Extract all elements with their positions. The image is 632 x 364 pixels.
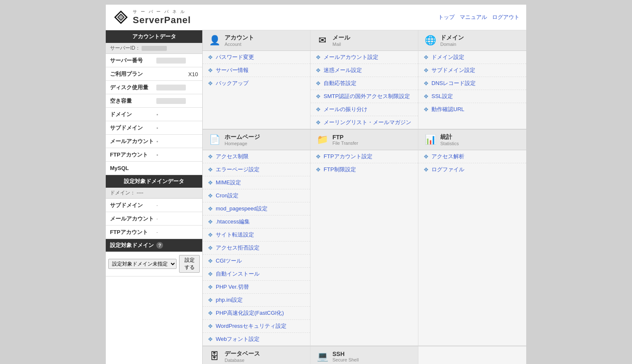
link-WordPressセキュリティ設定[interactable]: ❖WordPressセキュリティ設定	[203, 320, 310, 333]
target-mail-row: メールアカウント -	[106, 212, 202, 226]
domain-select[interactable]: 設定対象ドメイン未指定	[108, 259, 177, 269]
target-domain-row: ドメイン： ----	[106, 188, 202, 199]
link-メーリングリスト・メールマガジン[interactable]: ❖メーリングリスト・メールマガジン	[311, 116, 418, 129]
link-SSL設定[interactable]: ❖SSL設定	[418, 90, 526, 103]
link-CGIツール[interactable]: ❖CGIツール	[203, 255, 310, 268]
section-empty3	[418, 346, 526, 364]
section-homepage: 📄ホームページHomepage❖アクセス制限❖エラーページ設定❖MIME設定❖C…	[203, 130, 311, 346]
target-domain-value: ----	[137, 190, 143, 196]
link-bullet-icon: ❖	[423, 93, 429, 100]
link-bullet-icon: ❖	[316, 119, 321, 126]
link-mod_pagespeed設定[interactable]: ❖mod_pagespeed設定	[203, 202, 310, 215]
link-PHP高速化設定(FastCGI化)[interactable]: ❖PHP高速化設定(FastCGI化)	[203, 307, 310, 320]
homepage-title-ja: ホームページ	[225, 133, 260, 141]
body-layout: アカウントデータ サーバーID： サーバー番号 ご利用プラン X10 ディスク使…	[106, 30, 526, 364]
top-link[interactable]: トップ	[438, 13, 455, 21]
account-links: ❖パスワード変更❖サーバー情報❖バックアップ	[203, 51, 310, 90]
link-自動応答設定[interactable]: ❖自動応答設定	[311, 77, 418, 90]
link-bullet-icon: ❖	[316, 106, 321, 113]
link-php.ini設定[interactable]: ❖php.ini設定	[203, 294, 310, 307]
link-bullet-icon: ❖	[208, 153, 213, 160]
section-header-domain: 🌐ドメインDomain	[418, 30, 526, 51]
section-header-mail: ✉メールMail	[311, 30, 418, 51]
domain-links: ❖ドメイン設定❖サブドメイン設定❖DNSレコード設定❖SSL設定❖動作確認URL	[418, 51, 526, 116]
manual-link[interactable]: マニュアル	[460, 13, 487, 21]
account-icon: 👤	[208, 34, 221, 47]
statistics-links: ❖アクセス解析❖ログファイル	[418, 150, 526, 176]
ssh-title-en: Secure Shell	[332, 357, 359, 362]
link-bullet-icon: ❖	[316, 93, 321, 100]
link-アクセス制限[interactable]: ❖アクセス制限	[203, 150, 310, 163]
link-MIME設定[interactable]: ❖MIME設定	[203, 176, 310, 189]
target-domain-label: ドメイン：	[110, 190, 135, 196]
link-bullet-icon: ❖	[208, 323, 213, 329]
domain-title-ja: ドメイン	[440, 34, 464, 42]
section-header-homepage: 📄ホームページHomepage	[203, 130, 310, 150]
homepage-links: ❖アクセス制限❖エラーページ設定❖MIME設定❖Cron設定❖mod_pages…	[203, 150, 310, 345]
link-bullet-icon: ❖	[423, 153, 429, 160]
link-bullet-icon: ❖	[208, 166, 213, 173]
link-パスワード変更[interactable]: ❖パスワード変更	[203, 51, 310, 64]
logout-link[interactable]: ログアウト	[492, 13, 520, 21]
server-number-row: サーバー番号	[106, 54, 202, 67]
link-bullet-icon: ❖	[208, 67, 213, 74]
link-メールアカウント設定[interactable]: ❖メールアカウント設定	[311, 51, 418, 64]
account-data-title: アカウントデータ	[106, 30, 202, 43]
link-bullet-icon: ❖	[208, 231, 213, 238]
subdomain-row: サブドメイン ▪	[106, 121, 202, 135]
section-row-2: 📄ホームページHomepage❖アクセス制限❖エラーページ設定❖MIME設定❖C…	[203, 130, 526, 346]
question-icon[interactable]: ?	[156, 242, 163, 249]
database-title-ja: データベース	[225, 350, 260, 358]
link-FTP制限設定[interactable]: ❖FTP制限設定	[311, 163, 418, 176]
logo-text: サ ー バ ー パ ネ ル ServerPanel	[133, 9, 191, 26]
link-メールの振り分け[interactable]: ❖メールの振り分け	[311, 103, 418, 116]
link-サーバー情報[interactable]: ❖サーバー情報	[203, 64, 310, 77]
link-ログファイル[interactable]: ❖ログファイル	[418, 163, 526, 176]
server-id-label: サーバーID：	[110, 45, 140, 51]
link-PHP-Ver.切替[interactable]: ❖PHP Ver.切替	[203, 281, 310, 294]
set-domain-title-bar: 設定対象ドメイン ?	[106, 239, 202, 252]
link-Cron設定[interactable]: ❖Cron設定	[203, 189, 310, 202]
link-bullet-icon: ❖	[208, 205, 213, 212]
account-title-ja: アカウント	[225, 34, 254, 42]
target-subdomain-row: サブドメイン -	[106, 199, 202, 212]
target-mail-label: メールアカウント	[110, 215, 156, 223]
link-bullet-icon: ❖	[208, 218, 213, 225]
main-container: サ ー バ ー パ ネ ル ServerPanel トップ マニュアル ログアウ…	[105, 4, 527, 364]
link-FTPアカウント設定[interactable]: ❖FTPアカウント設定	[311, 150, 418, 163]
link-サイト転送設定[interactable]: ❖サイト転送設定	[203, 228, 310, 242]
link-bullet-icon: ❖	[208, 192, 213, 199]
link-エラーページ設定[interactable]: ❖エラーページ設定	[203, 163, 310, 176]
link-バックアップ[interactable]: ❖バックアップ	[203, 77, 310, 90]
link-bullet-icon: ❖	[423, 67, 429, 74]
link-DNSレコード設定[interactable]: ❖DNSレコード設定	[418, 77, 526, 90]
link-.htaccess編集[interactable]: ❖.htaccess編集	[203, 215, 310, 228]
link-SMTP認証の国外アクセス制限設定[interactable]: ❖SMTP認証の国外アクセス制限設定	[311, 90, 418, 103]
database-icon: 🗄	[208, 350, 221, 363]
set-domain-button[interactable]: 設定する	[179, 255, 200, 273]
link-アクセス拒否設定[interactable]: ❖アクセス拒否設定	[203, 242, 310, 255]
link-bullet-icon: ❖	[208, 80, 213, 87]
link-自動インストール[interactable]: ❖自動インストール	[203, 268, 310, 281]
section-mail: ✉メールMail❖メールアカウント設定❖迷惑メール設定❖自動応答設定❖SMTP認…	[311, 30, 418, 129]
link-bullet-icon: ❖	[208, 297, 213, 303]
link-bullet-icon: ❖	[423, 80, 429, 87]
target-ftp-value: -	[156, 229, 158, 235]
mail-links: ❖メールアカウント設定❖迷惑メール設定❖自動応答設定❖SMTP認証の国外アクセス…	[311, 51, 418, 129]
account-title-en: Account	[225, 42, 254, 47]
link-bullet-icon: ❖	[423, 106, 429, 113]
header-nav: トップ マニュアル ログアウト	[438, 13, 520, 21]
homepage-icon: 📄	[208, 133, 221, 146]
plan-label: ご利用プラン	[110, 70, 156, 78]
database-title-en: Database	[225, 358, 260, 363]
link-アクセス解析[interactable]: ❖アクセス解析	[418, 150, 526, 163]
link-サブドメイン設定[interactable]: ❖サブドメイン設定	[418, 64, 526, 77]
link-迷惑メール設定[interactable]: ❖迷惑メール設定	[311, 64, 418, 77]
link-Webフォント設定[interactable]: ❖Webフォント設定	[203, 333, 310, 345]
link-動作確認URL[interactable]: ❖動作確認URL	[418, 103, 526, 116]
ftp-title-en: File Transfer	[332, 141, 358, 146]
link-bullet-icon: ❖	[316, 80, 321, 87]
mail-account-row: メールアカウント ▪	[106, 135, 202, 148]
set-domain-title: 設定対象ドメイン	[110, 242, 154, 249]
link-ドメイン設定[interactable]: ❖ドメイン設定	[418, 51, 526, 64]
